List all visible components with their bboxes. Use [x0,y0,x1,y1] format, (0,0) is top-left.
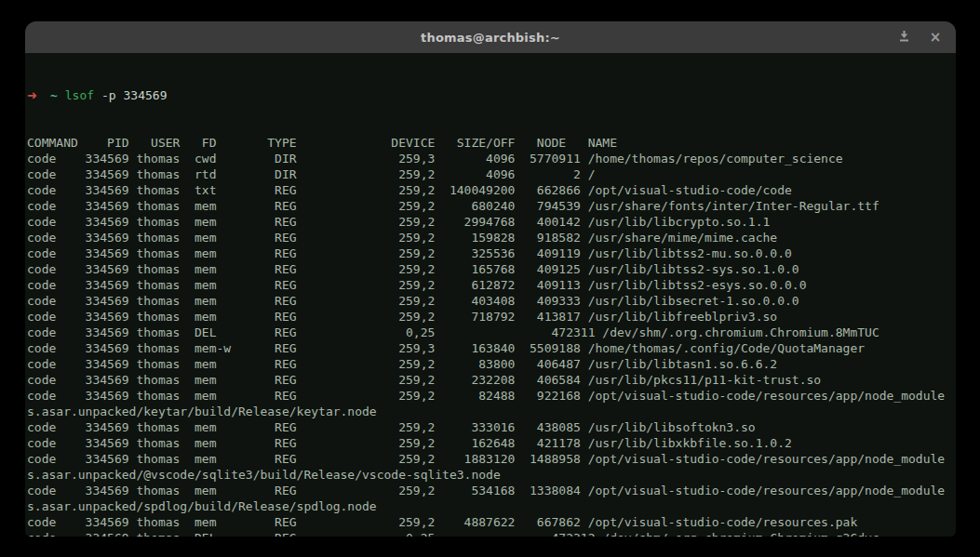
terminal-line: code 334569 thomas mem REG 259,2 162648 … [27,435,956,451]
close-icon: × [930,31,942,45]
download-icon [898,29,910,46]
terminal-content[interactable]: ➜~lsof-p 334569 COMMAND PID USER FD TYPE… [25,53,956,537]
terminal-line: s.asar.unpacked/spdlog/build/Release/spd… [27,498,956,514]
terminal-line: code 334569 thomas DEL REG 0,25 472312 /… [27,530,956,537]
titlebar-controls: × [894,21,945,53]
terminal-line: code 334569 thomas mem REG 259,2 403408 … [27,293,956,309]
prompt-command: lsof [65,88,94,102]
terminal-line: COMMAND PID USER FD TYPE DEVICE SIZE/OFF… [27,135,956,151]
terminal-line: code 334569 thomas mem REG 259,2 325536 … [27,245,956,261]
terminal-line: code 334569 thomas mem REG 259,2 82488 9… [27,388,956,404]
terminal-line: s.asar.unpacked/keytar/build/Release/key… [27,404,956,419]
download-button[interactable] [894,28,913,46]
terminal-line: code 334569 thomas mem REG 259,2 333016 … [27,419,956,435]
window-titlebar[interactable]: thomas@archbish:~ × [25,21,956,53]
terminal-line: code 334569 thomas mem REG 259,2 612872 … [27,277,956,293]
terminal-line: code 334569 thomas rtd DIR 259,2 4096 2 … [27,166,956,182]
terminal-window: thomas@archbish:~ × ➜~lsof-p 334569 COMM… [25,21,956,537]
close-button[interactable]: × [926,28,945,46]
terminal-line: code 334569 thomas mem REG 259,2 1883120… [27,451,956,467]
terminal-line: s.asar.unpacked/@vscode/sqlite3/build/Re… [27,467,956,483]
terminal-line: code 334569 thomas txt REG 259,2 1400492… [27,182,956,198]
terminal-line: code 334569 thomas mem REG 259,2 718792 … [27,309,956,325]
terminal-line: code 334569 thomas mem REG 259,2 2994768… [27,214,956,230]
terminal-line: code 334569 thomas mem REG 259,2 159828 … [27,230,956,245]
terminal-line: code 334569 thomas mem REG 259,2 680240 … [27,198,956,214]
terminal-line: code 334569 thomas mem REG 259,2 232208 … [27,372,956,388]
terminal-line: code 334569 thomas mem REG 259,2 165768 … [27,261,956,277]
prompt-arrow-icon: ➜ [27,88,37,102]
window-title: thomas@archbish:~ [421,31,560,45]
terminal-line: code 334569 thomas DEL REG 0,25 472311 /… [27,325,956,340]
terminal-line: code 334569 thomas mem REG 259,2 534168 … [27,483,956,498]
prompt-args: -p 334569 [101,88,167,102]
terminal-output: COMMAND PID USER FD TYPE DEVICE SIZE/OFF… [27,135,956,537]
prompt-cwd: ~ [50,88,58,102]
terminal-line: code 334569 thomas mem-w REG 259,3 16384… [27,340,956,356]
terminal-line: code 334569 thomas mem REG 259,2 83800 4… [27,356,956,372]
terminal-line: code 334569 thomas cwd DIR 259,3 4096 57… [27,151,956,166]
prompt-line: ➜~lsof-p 334569 [27,87,956,103]
terminal-line: code 334569 thomas mem REG 259,2 4887622… [27,514,956,530]
